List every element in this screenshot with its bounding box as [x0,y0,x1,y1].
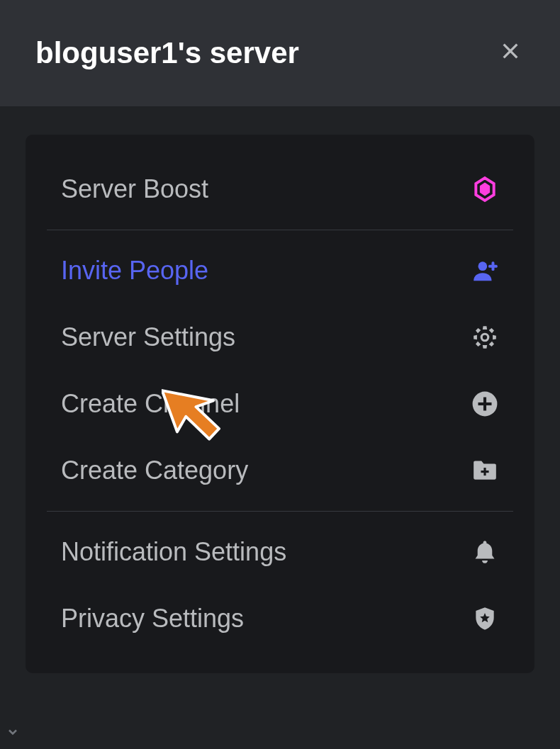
svg-point-2 [478,261,488,271]
menu-item-create-channel[interactable]: Create Channel [26,371,534,437]
close-button[interactable] [496,39,525,67]
add-person-icon [471,257,499,285]
menu-item-notification-settings[interactable]: Notification Settings [26,519,534,585]
menu-item-label: Create Category [61,456,248,485]
folder-plus-icon [471,456,499,485]
menu-item-privacy-settings[interactable]: Privacy Settings [26,585,534,652]
menu-item-label: Server Settings [61,322,235,352]
gear-icon [471,323,499,351]
svg-rect-7 [478,402,492,405]
menu-item-server-settings[interactable]: Server Settings [26,304,534,371]
menu-item-create-category[interactable]: Create Category [26,437,534,504]
svg-rect-9 [481,471,488,473]
menu-item-label: Invite People [61,256,208,286]
menu-item-label: Server Boost [61,174,208,204]
server-menu-header: bloguser1's server [0,0,560,106]
menu-item-label: Privacy Settings [61,604,244,633]
close-icon [499,40,522,67]
menu-divider [47,230,513,230]
menu-divider [47,511,513,512]
menu-item-invite-people[interactable]: Invite People [26,237,534,304]
server-name-title: bloguser1's server [35,36,299,70]
chevron-down-icon [6,725,20,742]
server-dropdown-menu: Server Boost Invite People Server Settin… [26,135,534,673]
svg-rect-4 [488,265,498,268]
shield-star-icon [471,604,499,633]
bell-icon [471,538,499,566]
boost-icon [471,175,499,203]
menu-item-label: Notification Settings [61,537,286,567]
menu-item-server-boost[interactable]: Server Boost [26,156,534,223]
menu-item-label: Create Channel [61,389,240,419]
plus-circle-icon [471,390,499,418]
